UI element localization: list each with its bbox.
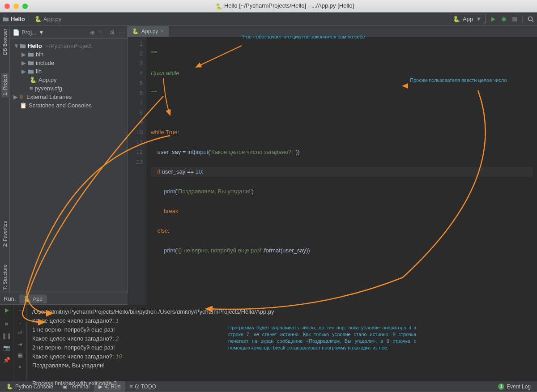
down-arrow-icon[interactable]: ↓: [18, 319, 21, 325]
tree-folder-lib[interactable]: ▶lib: [10, 67, 127, 76]
run-toolbar-2: ↑ ↓ ⏎ ⇥ 🖶 »: [13, 305, 27, 381]
stop-run-button[interactable]: ■: [5, 320, 9, 327]
annotation-1: True - обозначает что цикл не закончится…: [242, 34, 365, 40]
close-icon[interactable]: ×: [161, 28, 164, 34]
tab-app-py[interactable]: 🐍 App.py×: [128, 26, 169, 37]
annotation-console: Программа будет спрашивать число, до тех…: [228, 324, 416, 351]
hide-icon[interactable]: —: [119, 29, 124, 36]
settings-icon[interactable]: ⚙: [110, 29, 115, 36]
pin-button[interactable]: 📌: [3, 357, 10, 363]
collapse-icon[interactable]: ≑: [98, 30, 102, 35]
search-icon[interactable]: [527, 16, 534, 23]
maximize-window[interactable]: [22, 4, 28, 9]
run-config-selector[interactable]: 🐍App ▼: [449, 14, 486, 24]
left-tool-gutter: DB Browser 1: Project 2: Favorites 7: St…: [0, 26, 10, 293]
structure-tab[interactable]: 7: Structure: [2, 264, 8, 290]
dump-button[interactable]: 📷: [3, 345, 10, 351]
run-tab[interactable]: 🐍 App: [19, 294, 47, 303]
annotation-2: Просим пользователя ввести целое число: [410, 77, 507, 83]
project-tree: ▼Hello~/PycharmProject ▶bin ▶include ▶li…: [10, 39, 127, 293]
tree-file-app[interactable]: 🐍App.py: [10, 76, 127, 84]
run-panel: Run: 🐍 App ⚙ — ■ ❚❚ 📷 📌 ↑ ↓ ⏎ ⇥ 🖶 » /Use…: [0, 293, 537, 381]
tree-file-cfg[interactable]: ≡pyvenv.cfg: [10, 84, 127, 93]
editor-column: 🐍 App.py× 12345678910111213 """ Цикл whi…: [128, 26, 537, 293]
debug-button[interactable]: [501, 16, 507, 22]
favorites-tab[interactable]: 2: Favorites: [2, 221, 8, 247]
more-icon[interactable]: »: [18, 363, 21, 370]
breadcrumb-file[interactable]: 🐍App.py: [34, 16, 61, 22]
project-tab[interactable]: 1: Project: [1, 73, 9, 97]
svg-rect-1: [512, 17, 517, 21]
run-toolbar-1: ■ ❚❚ 📷 📌: [0, 305, 13, 381]
tree-scratches[interactable]: 📋Scratches and Consoles: [10, 101, 127, 110]
minimize-window[interactable]: [13, 4, 19, 9]
line-gutter: 12345678910111213: [128, 37, 146, 316]
scroll-icon[interactable]: ⇥: [17, 341, 22, 348]
folder-icon: [3, 16, 9, 22]
run-label: Run:: [4, 295, 16, 302]
wrap-icon[interactable]: ⏎: [17, 330, 22, 337]
rerun-button[interactable]: [4, 307, 10, 315]
tree-external-libs[interactable]: ▶⊪External Libraries: [10, 93, 127, 101]
tree-project-root[interactable]: ▼Hello~/PycharmProject: [10, 42, 127, 50]
run-button[interactable]: [490, 16, 496, 22]
db-browser-tab[interactable]: DB Browser: [2, 29, 8, 55]
titlebar: 🐍Hello [~/PycharmProjects/Hello] - .../A…: [0, 0, 537, 13]
svg-point-2: [528, 17, 533, 21]
tree-folder-bin[interactable]: ▶bin: [10, 50, 127, 59]
close-window[interactable]: [4, 4, 10, 9]
tree-folder-include[interactable]: ▶include: [10, 59, 127, 67]
target-icon[interactable]: ⊕: [90, 29, 95, 36]
sidebar-title[interactable]: 📄 Proj... ▼: [13, 29, 44, 36]
project-sidebar: 📄 Proj... ▼ ⊕ ≑ ⚙ — ▼Hello~/PycharmProje…: [10, 26, 128, 293]
window-title: 🐍Hello [~/PycharmProjects/Hello] - .../A…: [32, 2, 537, 9]
console-output[interactable]: /Users/dmitriy/PycharmProjects/Hello/bin…: [27, 305, 537, 381]
print-icon[interactable]: 🖶: [17, 352, 23, 359]
up-arrow-icon[interactable]: ↑: [18, 307, 21, 314]
stop-button[interactable]: [511, 16, 518, 22]
pause-button[interactable]: ❚❚: [2, 332, 12, 339]
navbar: Hello 〉 🐍App.py 🐍App ▼: [0, 13, 537, 26]
breadcrumb-project[interactable]: Hello: [11, 16, 25, 22]
